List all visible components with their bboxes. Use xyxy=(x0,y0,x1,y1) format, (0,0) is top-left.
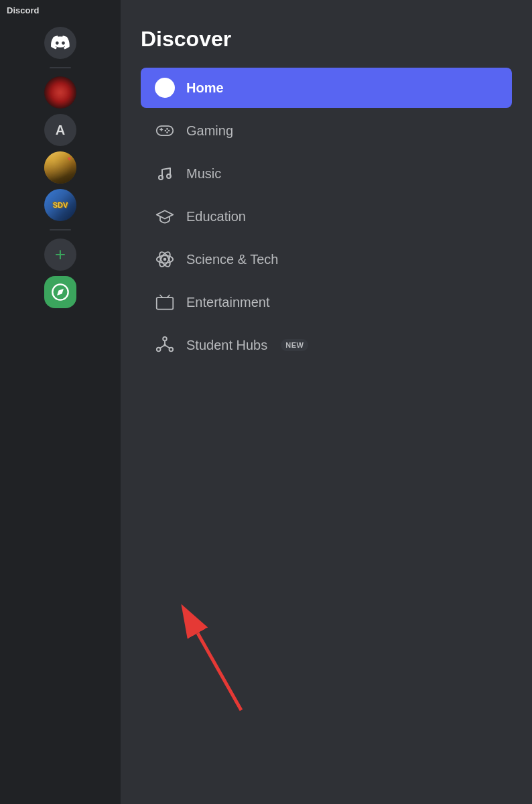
game-avatar-inner: ♥ xyxy=(44,151,76,184)
compass-circle xyxy=(155,78,175,98)
sidebar-item-server-a[interactable]: A xyxy=(44,114,76,146)
sdv-label: SDV xyxy=(53,202,68,209)
music-note-icon xyxy=(155,164,174,183)
sidebar-item-game-avatar[interactable]: ♥ xyxy=(44,151,76,184)
nav-label-student-hubs: Student Hubs xyxy=(186,338,267,353)
gamepad-icon xyxy=(155,121,174,140)
tv-icon xyxy=(155,293,174,312)
svg-point-10 xyxy=(166,131,168,133)
compass-icon xyxy=(51,283,70,302)
nav-item-science-tech[interactable]: Science & Tech xyxy=(141,239,512,279)
nav-icon-gaming xyxy=(154,120,176,141)
sidebar-item-discord-home[interactable] xyxy=(44,27,76,59)
discover-nav: Home Gaming xyxy=(141,68,512,365)
svg-point-8 xyxy=(168,130,170,132)
title-bar: Discord xyxy=(0,0,121,20)
nav-item-music[interactable]: Music xyxy=(141,153,512,194)
nav-label-music: Music xyxy=(186,166,221,182)
network-icon xyxy=(155,336,174,354)
nav-item-entertainment[interactable]: Entertainment xyxy=(141,282,512,322)
nav-label-science-tech: Science & Tech xyxy=(186,252,279,267)
sidebar-item-add-server[interactable]: + xyxy=(44,239,76,271)
nav-icon-education xyxy=(154,206,176,227)
sidebar-divider-1 xyxy=(50,67,71,68)
nav-item-home[interactable]: Home xyxy=(141,68,512,108)
discover-title: Discover xyxy=(141,27,512,52)
sidebar-item-sdv[interactable]: SDV xyxy=(44,189,76,221)
nav-label-entertainment: Entertainment xyxy=(186,295,270,310)
svg-point-7 xyxy=(166,128,168,130)
new-badge: NEW xyxy=(281,339,308,351)
svg-marker-13 xyxy=(157,210,174,218)
nav-item-education[interactable]: Education xyxy=(141,196,512,237)
app-title: Discord xyxy=(7,5,39,15)
sidebar-item-server1[interactable] xyxy=(44,76,76,109)
compass-nav-icon xyxy=(155,78,174,97)
discord-logo-icon xyxy=(51,34,70,52)
main-content: Discover Home xyxy=(121,0,532,804)
add-server-icon: + xyxy=(55,244,66,265)
sidebar-item-discover[interactable] xyxy=(44,276,76,308)
nav-label-home: Home xyxy=(186,80,224,96)
atom-icon xyxy=(155,250,174,269)
sidebar: A ♥ SDV + xyxy=(0,0,121,804)
svg-point-17 xyxy=(163,258,167,261)
avatar-highlight xyxy=(44,151,76,184)
server-a-label: A xyxy=(56,123,65,138)
svg-point-9 xyxy=(165,130,167,132)
nav-label-education: Education xyxy=(186,209,246,224)
nav-icon-music xyxy=(154,163,176,184)
nav-icon-home xyxy=(154,77,176,98)
sidebar-divider-2 xyxy=(50,229,71,230)
graduation-cap-icon xyxy=(155,207,174,226)
app-container: Discord A ♥ SDV xyxy=(0,0,532,804)
nav-item-student-hubs[interactable]: Student Hubs NEW xyxy=(141,325,512,365)
svg-point-2 xyxy=(157,80,172,95)
svg-rect-18 xyxy=(157,297,174,310)
nav-icon-student-hubs xyxy=(154,334,176,356)
heart-accent: ♥ xyxy=(68,155,71,162)
svg-point-12 xyxy=(167,174,171,178)
svg-point-27 xyxy=(163,344,166,346)
svg-point-11 xyxy=(159,176,163,180)
nav-icon-science-tech xyxy=(154,249,176,270)
svg-marker-1 xyxy=(57,289,64,295)
svg-point-21 xyxy=(163,337,167,341)
svg-marker-3 xyxy=(161,84,168,91)
nav-icon-entertainment xyxy=(154,291,176,313)
nav-item-gaming[interactable]: Gaming xyxy=(141,111,512,151)
nav-label-gaming: Gaming xyxy=(186,123,233,139)
